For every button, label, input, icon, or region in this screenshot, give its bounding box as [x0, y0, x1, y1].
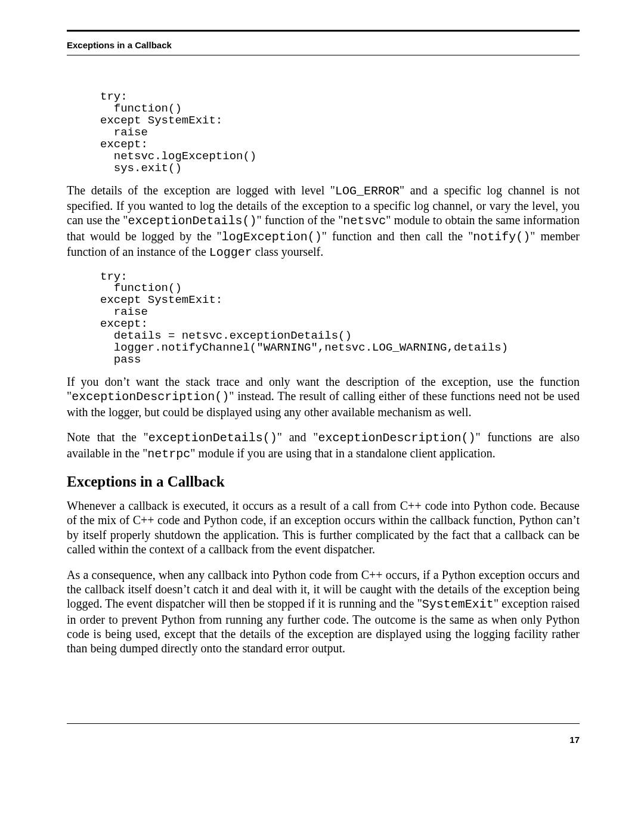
code-block-2: try: function() except SystemExit: raise…	[100, 271, 580, 367]
code-inline: netrpc	[147, 447, 190, 461]
paragraph-4: Whenever a callback is executed, it occu…	[67, 498, 580, 557]
code-inline: notify()	[473, 230, 530, 244]
top-rule	[67, 30, 580, 32]
text: Note that the "	[67, 431, 148, 444]
text: " function and then call the "	[322, 230, 473, 243]
running-header: Exceptions in a Callback	[67, 40, 580, 50]
code-inline: LOG_ERROR	[335, 184, 400, 198]
code-inline: exceptionDescription()	[72, 390, 229, 404]
footer: 17	[67, 723, 580, 745]
document-page: Exceptions in a Callback try: function()…	[0, 0, 644, 833]
code-inline: Logger	[209, 246, 252, 259]
code-inline: exceptionDescription()	[318, 431, 475, 445]
header-rule	[67, 55, 580, 55]
code-inline: exceptionDetails()	[128, 214, 257, 228]
code-inline: exceptionDetails()	[148, 431, 277, 445]
paragraph-5: As a consequence, when any callback into…	[67, 568, 580, 656]
code-block-1: try: function() except SystemExit: raise…	[100, 91, 580, 175]
code-inline: SystemExit	[422, 597, 494, 611]
code-inline: logException()	[222, 230, 322, 244]
page-number: 17	[67, 735, 580, 745]
text: " and "	[277, 431, 318, 444]
paragraph-3: Note that the "exceptionDetails()" and "…	[67, 430, 580, 462]
text: The details of the exception are logged …	[67, 184, 335, 197]
text: " function of the "	[257, 213, 343, 227]
text: " module if you are using that in a stan…	[190, 447, 495, 460]
text: class yourself.	[252, 245, 323, 258]
code-inline: netsvc	[343, 214, 386, 228]
paragraph-1: The details of the exception are logged …	[67, 183, 580, 261]
section-heading: Exceptions in a Callback	[67, 473, 580, 490]
footer-rule	[67, 723, 580, 724]
paragraph-2: If you don’t want the stack trace and on…	[67, 374, 580, 419]
